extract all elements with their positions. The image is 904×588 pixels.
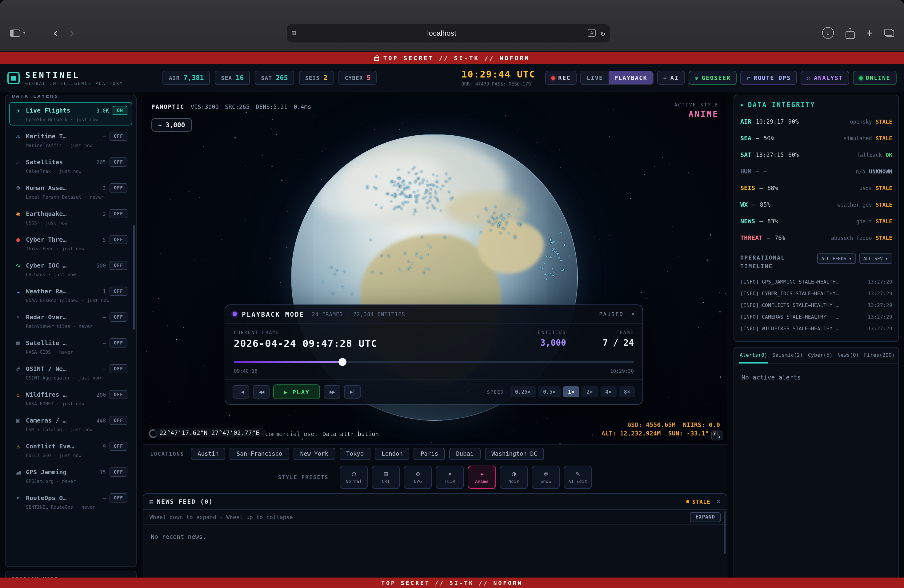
speed-chip[interactable]: 0.25×: [510, 386, 536, 397]
skip-start-button[interactable]: |◀: [232, 385, 249, 399]
layer-item[interactable]: ⌖ Radar Over… — OFF RainViewer tiles · n…: [9, 309, 132, 332]
location-pill[interactable]: London: [375, 448, 409, 460]
layer-toggle[interactable]: OFF: [109, 287, 127, 296]
globe-viewport[interactable]: ✈✈✈✈✈✈✈✈✈✈✈✈✈✈✈✈✈✈✈✈✈✈✈✈✈✈✈✈✈✈✈✈✈✈✈✈✈✈✈✈…: [143, 95, 727, 444]
layer-item[interactable]: ➤ RouteOps O… — OFF SENTINEL RouteOps · …: [9, 490, 132, 513]
layer-toggle[interactable]: OFF: [109, 209, 127, 218]
play-button[interactable]: ▶ PLAY: [273, 385, 320, 399]
style-preset-button[interactable]: ✦ Anime: [468, 466, 496, 489]
layer-item[interactable]: ⚠ Conflict Eve… 9 OFF GDELT GEO · just n…: [9, 438, 132, 461]
live-button[interactable]: LIVE: [581, 71, 609, 84]
layers-panel[interactable]: DATA LAYERS ✈ Live Flights 3.0K ON OpenS…: [5, 95, 137, 567]
back-button[interactable]: ‹: [53, 26, 58, 40]
layer-toggle[interactable]: OFF: [109, 132, 127, 141]
fast-forward-button[interactable]: ▶▶: [324, 385, 340, 399]
layer-item[interactable]: ▦ Satellite … — OFF NASA GIBS · never: [9, 334, 132, 358]
playback-close-button[interactable]: ×: [631, 310, 635, 318]
layer-item[interactable]: ▂▄▆ GPS Jamming 15 OFF GPSJam.org · neve…: [9, 464, 132, 487]
style-preset-button[interactable]: ✎ AI Edit: [564, 466, 592, 489]
layer-item[interactable]: ✈ Live Flights 3.0K ON OpenSky Network ·…: [9, 102, 132, 126]
style-preset-button[interactable]: ⊙ NVG: [404, 466, 432, 489]
data-attribution-link[interactable]: Data attribution: [322, 430, 379, 437]
layer-toggle[interactable]: OFF: [109, 338, 127, 347]
alerts-tab[interactable]: Cyber(5): [808, 347, 833, 364]
tab-overview-button[interactable]: [884, 29, 894, 37]
fullscreen-button[interactable]: [711, 430, 722, 440]
route-ops-button[interactable]: ⇄ ROUTE OPS: [741, 71, 797, 85]
location-pill[interactable]: Dubai: [449, 448, 480, 460]
reload-button[interactable]: ↻: [601, 28, 605, 37]
layer-item[interactable]: ☄ Satellites 265 OFF CelesTrak · just no…: [9, 154, 132, 177]
layer-toggle[interactable]: OFF: [109, 312, 127, 322]
layer-name: Satellites: [26, 159, 63, 166]
layer-toggle[interactable]: OFF: [109, 261, 127, 270]
layer-item[interactable]: ♨ Wildfires … 200 OFF NASA EONET · just …: [9, 386, 132, 410]
layer-toggle[interactable]: OFF: [109, 467, 127, 477]
style-preset-button[interactable]: ▤ CRT: [372, 466, 400, 489]
alerts-tab[interactable]: Seismic(2): [772, 347, 804, 364]
layer-item[interactable]: ∿ Cyber IOC … 500 OFF URLhaus · just now: [9, 257, 132, 281]
speed-chip[interactable]: 8×: [619, 386, 635, 397]
playback-meta: 24 FRAMES · 72,384 ENTITIES: [312, 311, 405, 317]
translate-icon[interactable]: A: [588, 29, 596, 37]
layer-toggle[interactable]: OFF: [109, 183, 127, 192]
skip-end-button[interactable]: ▶|: [344, 385, 360, 399]
rec-button[interactable]: REC: [545, 71, 577, 85]
location-pill[interactable]: New York: [294, 448, 335, 460]
layer-toggle[interactable]: OFF: [109, 364, 127, 374]
style-preset-button[interactable]: × FLIR: [436, 466, 464, 489]
playback-button[interactable]: PLAYBACK: [608, 71, 653, 84]
style-preset-button[interactable]: ❄ Snow: [532, 466, 560, 489]
location-pill[interactable]: Washington DC: [485, 448, 544, 460]
speed-chip[interactable]: 2×: [582, 386, 598, 397]
severity-filter-select[interactable]: ALL SEV ▾: [859, 254, 892, 264]
news-expand-button[interactable]: EXPAND: [690, 512, 721, 522]
layer-toggle[interactable]: OFF: [109, 158, 127, 167]
alerts-tab[interactable]: Fires(200): [863, 347, 895, 364]
ai-button[interactable]: ✳ AI: [657, 71, 685, 85]
alerts-tab[interactable]: Alerts(0): [739, 347, 768, 364]
share-button[interactable]: [846, 27, 855, 38]
style-preset-button[interactable]: ◑ Noir: [500, 466, 528, 489]
layer-toggle[interactable]: OFF: [109, 390, 127, 399]
timeline-slider[interactable]: [234, 358, 634, 366]
new-tab-button[interactable]: +: [866, 28, 873, 38]
news-close-button[interactable]: ×: [717, 498, 721, 506]
feeds-filter-select[interactable]: ALL FEEDS ▾: [817, 254, 856, 264]
forward-button[interactable]: ›: [69, 26, 75, 40]
news-scrollbar[interactable]: [724, 511, 725, 554]
speed-chip[interactable]: 4×: [600, 386, 616, 397]
layer-toggle[interactable]: OFF: [109, 493, 127, 503]
sidebar-toggle-button[interactable]: ▾: [10, 29, 26, 36]
telemetry-readout: GSD: 4550.65MNIIRS: 0.0 ALT: 12,232.924M…: [594, 421, 720, 438]
location-pill[interactable]: San Francisco: [230, 448, 289, 460]
slider-thumb[interactable]: [338, 358, 346, 366]
alerts-tab[interactable]: News(0): [837, 347, 860, 364]
online-status-button[interactable]: ONLINE: [853, 71, 897, 85]
layer-item[interactable]: ⚓ Maritime T… — OFF MarineTraffic · just…: [9, 128, 132, 151]
geoseer-button[interactable]: ⊕ GEOSEER: [689, 71, 737, 85]
layer-toggle[interactable]: OFF: [109, 235, 127, 244]
layer-toggle[interactable]: OFF: [109, 416, 127, 425]
analyst-button[interactable]: ◎ ANALYST: [801, 71, 849, 85]
rewind-button[interactable]: ◀◀: [253, 385, 270, 399]
location-pill[interactable]: Tokyo: [340, 448, 370, 460]
download-button[interactable]: ↓: [822, 27, 834, 39]
layer-item[interactable]: ▣ Cameras / … 448 OFF OSM + Catalog · ju…: [9, 412, 132, 435]
location-pill[interactable]: Austin: [191, 448, 226, 460]
layer-item[interactable]: ◉ Earthquake… 2 OFF USGS · just now: [9, 205, 132, 229]
layer-toggle[interactable]: ON: [112, 106, 127, 115]
layer-toggle[interactable]: OFF: [109, 441, 127, 451]
address-bar[interactable]: ▤ localhost A ↻: [287, 24, 610, 42]
layer-item[interactable]: ☁ Weather Ra… 1 OFF NOAA NEXRAD (globe… …: [9, 283, 132, 306]
location-pill[interactable]: Paris: [414, 448, 445, 460]
layer-count: 448: [96, 417, 106, 424]
layer-item[interactable]: ☍ OSINT / Ne… — OFF OSINT Aggregator · j…: [9, 360, 132, 384]
speed-chip[interactable]: 1×: [563, 386, 579, 397]
speed-chip[interactable]: 0.5×: [538, 386, 561, 397]
slider-track[interactable]: [234, 361, 634, 363]
layer-item[interactable]: ● Cyber Thre… 5 OFF ThreatFeed · just no…: [9, 231, 132, 255]
sidebar-scrollbar[interactable]: [133, 225, 135, 329]
style-preset-button[interactable]: ○ Normal: [340, 466, 368, 489]
layer-item[interactable]: ☻ Human Asse… 3 OFF Local Person Dataset…: [9, 180, 132, 203]
